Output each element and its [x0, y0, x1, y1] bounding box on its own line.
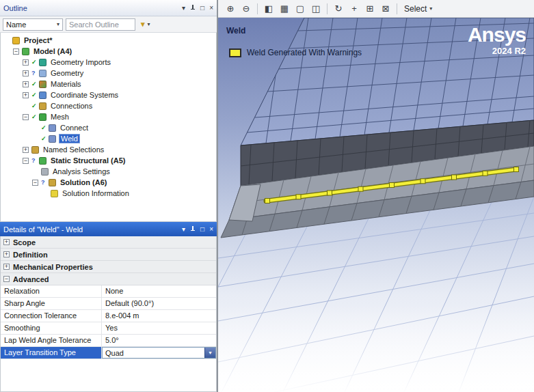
details-titlebar[interactable]: Details of "Weld" - Weld ▾□×: [0, 222, 217, 236]
tree-item-connect[interactable]: ✓Connect: [1, 122, 216, 133]
tree-item-label: Project*: [23, 36, 54, 44]
geometry-icon: [39, 70, 46, 77]
close-icon[interactable]: ×: [209, 5, 213, 12]
expand-icon[interactable]: +: [3, 239, 10, 245]
tree-item-named-selections[interactable]: +Named Selections: [1, 144, 216, 155]
details-section-definition[interactable]: +Definition: [1, 249, 216, 261]
check-icon: ✓: [31, 103, 38, 109]
dropdown-arrow-icon[interactable]: ▼: [204, 348, 215, 358]
tree-item-materials[interactable]: +✓Materials: [1, 79, 216, 89]
name-filter-label: Name: [6, 20, 26, 29]
search-input[interactable]: [66, 18, 135, 31]
collapse-icon[interactable]: −: [32, 180, 38, 186]
question-icon: ?: [31, 70, 38, 76]
zoom-box-icon[interactable]: ⊞: [363, 2, 377, 16]
pin-icon[interactable]: [190, 226, 196, 233]
expand-icon[interactable]: +: [3, 264, 10, 270]
collapse-icon[interactable]: −: [3, 276, 10, 282]
expand-icon[interactable]: +: [3, 251, 10, 257]
collapse-icon[interactable]: −: [23, 114, 29, 120]
expand-icon[interactable]: +: [23, 147, 29, 153]
select-mode-dropdown[interactable]: Select▾: [401, 4, 435, 14]
details-row-lap-weld-angle-tolerance[interactable]: Lap Weld Angle Tolerance5.0°: [1, 335, 216, 347]
view-isometric-icon[interactable]: ◧: [262, 2, 276, 16]
property-value[interactable]: 8.e-004 m: [102, 310, 216, 322]
rotate-icon[interactable]: ↻: [332, 2, 345, 16]
collapse-icon[interactable]: −: [13, 48, 19, 55]
view-shaded-icon[interactable]: ▦: [278, 2, 291, 16]
expander-spacer: [32, 169, 38, 175]
property-label[interactable]: Layer Transition Type: [1, 347, 102, 359]
details-row-layer-transition-type[interactable]: Layer Transition TypeQuad▼: [1, 347, 216, 359]
details-row-relaxation[interactable]: RelaxationNone: [1, 285, 216, 298]
tree-item-weld[interactable]: ✓Weld: [1, 133, 216, 144]
property-value[interactable]: None: [102, 285, 216, 297]
tree-item-solution-a6[interactable]: −?Solution (A6): [1, 177, 216, 188]
tree-item-mesh[interactable]: −✓Mesh: [1, 111, 216, 122]
tree-item-geometry-imports[interactable]: +✓Geometry Imports: [1, 57, 216, 68]
dropdown-icon[interactable]: ▾: [182, 226, 185, 233]
model-icon: [22, 48, 29, 55]
tree-item-project[interactable]: Project*: [1, 35, 216, 46]
property-value[interactable]: 5.0°: [102, 335, 216, 346]
toolbar-separator: [327, 3, 328, 14]
section-label: Scope: [13, 238, 36, 247]
collapse-icon[interactable]: −: [23, 158, 29, 164]
details-section-advanced[interactable]: −Advanced: [1, 273, 216, 285]
tree-item-model-a4[interactable]: −Model (A4): [1, 46, 216, 57]
solution-icon: [49, 179, 56, 186]
property-label[interactable]: Lap Weld Angle Tolerance: [1, 335, 102, 346]
details-titlebar-icons: ▾□×: [182, 226, 213, 233]
zoom-out-icon[interactable]: ⊖: [239, 2, 253, 16]
details-row-sharp-angle[interactable]: Sharp AngleDefault (90.0°): [1, 298, 216, 310]
check-icon: ✓: [31, 92, 38, 98]
tree-item-geometry[interactable]: +?Geometry: [1, 68, 216, 79]
tree-item-label: Model (A4): [32, 47, 73, 55]
viewport-canvas[interactable]: Weld Weld Generated With Warnings Ansys …: [218, 18, 534, 392]
property-value[interactable]: Quad▼: [102, 347, 216, 359]
pan-icon[interactable]: +: [347, 2, 361, 16]
zoom-fit-icon[interactable]: ⊠: [379, 2, 392, 16]
ansys-mechanical-window: Outline ▾□× Name ▾ ▾ ▾ Project*−Model (A…: [0, 0, 534, 392]
tree-item-static-structural-a5[interactable]: −?Static Structural (A5): [1, 155, 216, 166]
name-filter-dropdown[interactable]: Name ▾: [3, 18, 63, 31]
view-wireframe-icon[interactable]: ▢: [293, 2, 307, 16]
maximize-icon[interactable]: □: [200, 5, 204, 12]
property-label[interactable]: Connection Tolerance: [1, 310, 102, 322]
outline-titlebar[interactable]: Outline ▾□×: [0, 0, 217, 16]
details-section-mechanical-properties[interactable]: +Mechanical Properties: [1, 261, 216, 273]
details-row-connection-tolerance[interactable]: Connection Tolerance8.e-004 m: [1, 310, 216, 322]
tree-item-label: Connections: [49, 102, 94, 110]
property-value[interactable]: Yes: [102, 322, 216, 334]
dropdown-selected-value: Quad: [103, 349, 204, 357]
expand-icon[interactable]: +: [23, 59, 29, 66]
outline-title: Outline: [3, 4, 27, 12]
filter-options-icon[interactable]: ▾: [148, 21, 150, 27]
tree-item-solution-information[interactable]: Solution Information: [1, 188, 216, 199]
connections-icon: [39, 102, 46, 110]
details-section-scope[interactable]: +Scope: [1, 236, 216, 249]
details-row-smoothing[interactable]: SmoothingYes: [1, 322, 216, 335]
value-dropdown[interactable]: Quad▼: [102, 347, 216, 359]
dropdown-icon[interactable]: ▾: [182, 5, 185, 12]
expand-icon[interactable]: +: [23, 81, 29, 87]
tree-item-coordinate-systems[interactable]: +✓Coordinate Systems: [1, 89, 216, 100]
check-icon: ✓: [41, 136, 47, 142]
expand-icon[interactable]: +: [23, 92, 29, 98]
viewport-3d-scene[interactable]: [218, 18, 534, 392]
property-label[interactable]: Relaxation: [1, 285, 102, 297]
close-icon[interactable]: ×: [209, 226, 213, 233]
tree-item-connections[interactable]: ✓Connections: [1, 100, 216, 111]
section-plane-icon[interactable]: ◫: [309, 2, 323, 16]
tree-item-label: Mesh: [49, 113, 70, 121]
zoom-in-icon[interactable]: ⊕: [224, 2, 237, 16]
tree-item-analysis-settings[interactable]: Analysis Settings: [1, 166, 216, 177]
property-label[interactable]: Smoothing: [1, 322, 102, 334]
pin-icon[interactable]: [190, 5, 196, 12]
property-label[interactable]: Sharp Angle: [1, 298, 102, 309]
property-value[interactable]: Default (90.0°): [102, 298, 216, 309]
expand-icon[interactable]: +: [23, 70, 29, 76]
expander-spacer: [32, 125, 38, 131]
maximize-icon[interactable]: □: [200, 226, 204, 233]
expand-all-icon[interactable]: ▾: [141, 20, 145, 29]
